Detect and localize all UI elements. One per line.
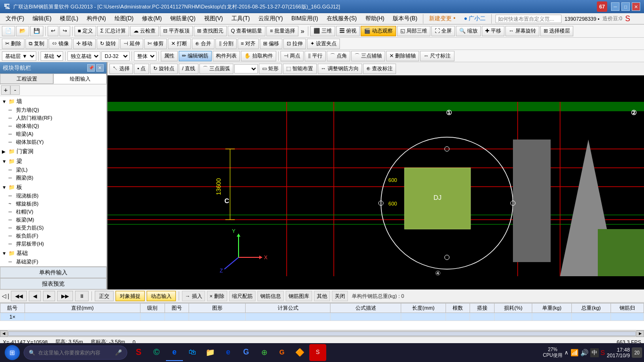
topview-btn[interactable]: ☰ 俯视: [336, 26, 360, 36]
chkmark-btn[interactable]: ⊕ 查改标注: [363, 64, 396, 74]
menu-newchange[interactable]: 新建变更 •: [425, 14, 459, 24]
datetime[interactable]: 17:48 2017/10/9: [607, 347, 630, 358]
3d-btn[interactable]: ⬛ 三维: [310, 26, 335, 36]
task-app-gclient[interactable]: G: [273, 344, 290, 361]
rotate-btn[interactable]: ↻ 旋转: [97, 39, 119, 49]
rebarinfo-btn[interactable]: 钢筋信息: [257, 291, 284, 301]
screenrotate-btn[interactable]: ↔ 屏幕旋转: [505, 26, 539, 36]
point-tool-btn[interactable]: ⦁ 点: [134, 64, 149, 74]
menu-rebar[interactable]: 钢筋量(Q): [166, 14, 199, 24]
delete-rebar-btn[interactable]: × 删除: [207, 291, 227, 301]
rect-tool-btn[interactable]: ▭ 矩形: [259, 64, 282, 74]
mirror-btn[interactable]: ⇔ 镜像: [49, 39, 72, 49]
tree-leaf-slabstrip[interactable]: ─ 撑层板带(H): [8, 240, 106, 248]
add-tree-btn[interactable]: +: [1, 85, 10, 95]
trim-btn[interactable]: ✄ 修剪: [144, 39, 167, 49]
nav-first-btn[interactable]: ◀◀: [11, 291, 27, 301]
define-btn[interactable]: ■ 定义: [74, 26, 96, 36]
line-tool-btn[interactable]: / 直线: [179, 64, 198, 74]
tree-leaf-brickwall[interactable]: ─ 砌体墙(Q): [8, 122, 106, 130]
break-btn[interactable]: ✕ 打断: [168, 39, 190, 49]
rebar-table-section[interactable]: 筋号 直径(mm) 级别 图号 图形 计算公式 公式描述 长度(mm) 根数 搭…: [0, 303, 644, 330]
pickcomp-btn[interactable]: ✋ 抬取构件: [241, 51, 276, 61]
parallel-btn[interactable]: ∥ 平行: [305, 51, 326, 61]
task-app-360[interactable]: ⊕: [256, 344, 272, 361]
complist-btn[interactable]: 构件列表: [213, 51, 240, 61]
local3d-btn[interactable]: ◱ 局部三维: [397, 26, 430, 36]
properties-btn[interactable]: 属性: [161, 51, 178, 61]
delauxline-btn[interactable]: ✕ 删除辅轴: [386, 51, 419, 61]
tree-leaf-beam[interactable]: ─ 梁(L): [8, 166, 106, 174]
taskbar-search[interactable]: 🔍 在这里输入你要搜索的内容 🎤: [24, 346, 127, 360]
close-button[interactable]: ✕: [632, 2, 640, 11]
menu-modify[interactable]: 修改(M): [138, 14, 165, 24]
dynamicinput-btn[interactable]: 动态输入: [147, 291, 176, 301]
tree-header-beam[interactable]: ▼ 📁 梁: [1, 157, 106, 166]
3ptarc-tool-btn[interactable]: ⌒ 三点圆弧: [199, 64, 233, 74]
fullscreen-btn[interactable]: ⛶ 全屏: [431, 26, 455, 36]
start-button[interactable]: ⊞: [2, 344, 23, 361]
del-btn[interactable]: ✂ 删除: [2, 39, 25, 49]
findelement-btn[interactable]: ⊞ 查找图元: [194, 26, 227, 36]
menu-layer[interactable]: 楼层(L): [56, 14, 82, 24]
merge-btn[interactable]: ⊕ 合并: [192, 39, 215, 49]
batchsel-btn[interactable]: ≡ 批量选择: [266, 26, 298, 36]
extend-btn[interactable]: ⊣ 延伸: [120, 39, 143, 49]
nav-pause-btn[interactable]: ⏸: [75, 291, 89, 301]
task-app-sougou[interactable]: S: [130, 344, 147, 361]
single-input-btn[interactable]: 单构件输入: [0, 267, 107, 278]
task-app-ie[interactable]: e: [220, 344, 237, 361]
menu-file[interactable]: 文件(F): [2, 14, 28, 24]
smartplace-btn[interactable]: ⬚ 智能布置: [283, 64, 316, 74]
menu-online[interactable]: 在线服务(S): [323, 14, 361, 24]
normal-btn[interactable]: 正交: [95, 291, 114, 301]
menu-help[interactable]: 帮助(H): [362, 14, 388, 24]
open-btn[interactable]: 📂: [16, 26, 29, 36]
zoom-btn[interactable]: 🔍 缩放: [456, 26, 481, 36]
reducedim-btn[interactable]: 缩尺配筋: [229, 291, 256, 301]
drag-btn[interactable]: ⊡ 拉伸: [283, 39, 306, 49]
nav-prev-btn[interactable]: ◀: [29, 291, 41, 301]
tree-header-wall[interactable]: ▼ 📁 墙: [1, 97, 106, 106]
minus-tree-btn[interactable]: -: [10, 85, 20, 95]
scroll-left-btn[interactable]: ◀: [0, 330, 8, 337]
layer-select[interactable]: 基础层 ▼: [2, 51, 36, 61]
other-btn[interactable]: 其他: [314, 291, 330, 301]
mic-icon[interactable]: 🎤: [115, 349, 122, 356]
flattop-btn[interactable]: ⊟ 平齐板顶: [160, 26, 193, 36]
align-btn[interactable]: ≡ 对齐: [238, 39, 259, 49]
search-input[interactable]: [495, 15, 561, 23]
task-app-google[interactable]: G: [238, 344, 255, 361]
tree-leaf-flatslab[interactable]: ─ 现浇板(B): [8, 192, 106, 200]
tab-drawing-input[interactable]: 绘图输入: [53, 74, 107, 84]
tree-leaf-shearwall[interactable]: ─ 剪力墙(Q): [8, 106, 106, 114]
canvas-area[interactable]: ↖ 选择 ⦁ 点 ↻ 旋转点 / 直线 ⌒ 三点圆弧 ▭ 矩形 ⬚ 智能布置 ↔…: [107, 62, 644, 289]
tree-leaf-ringbeam[interactable]: ─ 圈梁(B): [8, 174, 106, 182]
copy-btn[interactable]: ⧉ 复制: [25, 39, 48, 49]
cloudcheck-btn[interactable]: ☁ 云检查: [130, 26, 159, 36]
setvert-btn[interactable]: ✦ 设置夹点: [307, 39, 340, 49]
chevron-icon[interactable]: ∧: [564, 349, 569, 356]
close-rebar-btn[interactable]: 关闭: [332, 291, 348, 301]
task-app-edge[interactable]: e: [166, 344, 183, 361]
minimize-button[interactable]: ─: [611, 2, 619, 11]
menu-view[interactable]: 视图(V): [200, 14, 227, 24]
rotatepoint-tool-btn[interactable]: ↻ 旋转点: [150, 64, 178, 74]
notification-center[interactable]: 20: [632, 347, 642, 358]
undo-btn[interactable]: ↩: [48, 26, 58, 36]
table-row[interactable]: 1×: [0, 313, 644, 321]
h-scrollbar[interactable]: ◀ ▶: [0, 330, 644, 337]
scrollbar-thumb[interactable]: [8, 331, 636, 336]
insert-rebar-btn[interactable]: → 插入: [182, 291, 205, 301]
editrebar-btn[interactable]: ✏ 编辑钢筋: [179, 51, 212, 61]
foundtype-select[interactable]: 独立基础: [67, 51, 100, 61]
snap-btn[interactable]: 对象捕捉: [116, 291, 145, 301]
tab-project-settings[interactable]: 工程设置: [0, 74, 53, 84]
menu-version[interactable]: 版本号(B): [389, 14, 421, 24]
panel-close-btn[interactable]: ✕: [96, 64, 104, 72]
task-app-camera[interactable]: ©: [148, 344, 165, 361]
new-btn[interactable]: 📄: [2, 26, 15, 36]
split-btn[interactable]: ∥ 分割: [215, 39, 237, 49]
tree-header-doorwin[interactable]: ▶ 📁 门窗洞: [1, 147, 106, 156]
menu-draw[interactable]: 绘图(D): [111, 14, 138, 24]
